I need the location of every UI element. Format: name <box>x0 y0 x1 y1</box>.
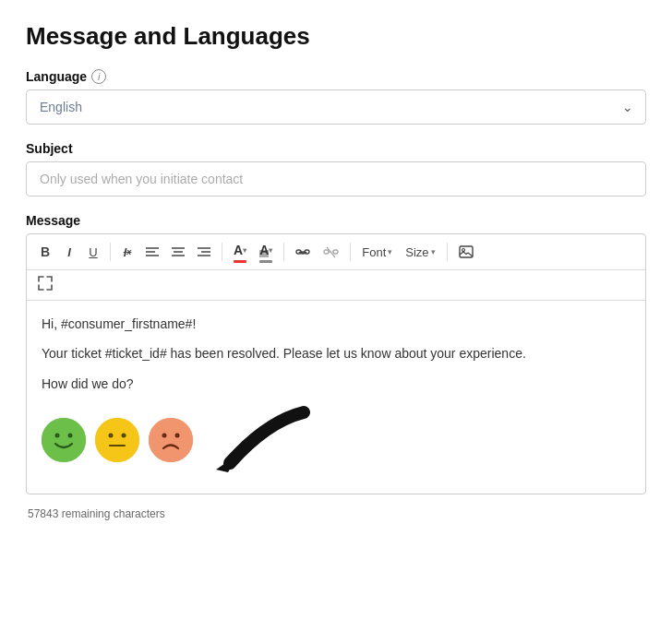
svg-point-17 <box>462 249 464 252</box>
font-dropdown-button[interactable]: Font ▾ <box>356 240 398 264</box>
message-toolbar: B I U Ix A ▾ A ▾ <box>27 234 645 270</box>
expand-button[interactable] <box>34 274 56 296</box>
svg-rect-9 <box>296 250 301 254</box>
svg-rect-13 <box>333 250 338 254</box>
size-dropdown-button[interactable]: Size ▾ <box>400 240 440 264</box>
font-dropdown-caret: ▾ <box>388 247 392 256</box>
toolbar-divider-4 <box>350 243 351 261</box>
toolbar-divider-2 <box>222 243 222 261</box>
page-title: Message and Languages <box>26 22 646 51</box>
svg-point-18 <box>42 418 86 462</box>
char-count: 57843 remaining characters <box>26 502 646 522</box>
svg-point-22 <box>109 434 114 438</box>
message-editor: B I U Ix A ▾ A ▾ <box>26 233 646 494</box>
message-line-1: Hi, #consumer_firstname#! <box>42 314 630 334</box>
subject-input[interactable] <box>26 161 646 196</box>
subject-label: Subject <box>26 141 646 156</box>
underline-button[interactable]: U <box>82 240 104 264</box>
svg-point-20 <box>68 434 73 438</box>
language-info-icon[interactable]: i <box>91 69 106 84</box>
font-highlight-button[interactable]: A ▾ <box>254 240 278 264</box>
svg-point-27 <box>175 434 180 438</box>
svg-point-26 <box>162 434 167 438</box>
toolbar-divider-3 <box>283 243 284 261</box>
align-right-button[interactable] <box>192 240 216 264</box>
message-line-3: How did we do? <box>42 374 630 394</box>
svg-point-25 <box>149 418 193 462</box>
svg-point-19 <box>55 434 60 438</box>
language-select[interactable]: English Spanish French German Portuguese <box>26 89 646 125</box>
unlink-button[interactable] <box>318 240 344 264</box>
arrow-annotation <box>211 403 313 477</box>
sad-emoji <box>149 418 193 462</box>
align-center-button[interactable] <box>166 240 190 264</box>
size-dropdown-caret: ▾ <box>431 247 436 256</box>
link-button[interactable] <box>290 240 316 264</box>
message-content-area[interactable]: Hi, #consumer_firstname#! Your ticket #t… <box>27 301 645 494</box>
language-label: Language i <box>26 69 646 84</box>
remaining-chars: 57843 <box>28 507 58 520</box>
toolbar-divider-1 <box>110 243 111 261</box>
image-button[interactable] <box>453 240 479 264</box>
strikethrough-button[interactable]: Ix <box>116 240 138 264</box>
toolbar-row-2 <box>27 270 645 301</box>
align-left-button[interactable] <box>140 240 164 264</box>
neutral-emoji <box>95 418 139 462</box>
italic-button[interactable]: I <box>58 240 80 264</box>
message-label: Message <box>26 213 646 228</box>
happy-emoji <box>42 418 86 462</box>
message-line-2: Your ticket #ticket_id# has been resolve… <box>42 343 630 363</box>
svg-point-23 <box>122 434 126 438</box>
svg-rect-16 <box>460 246 473 257</box>
svg-point-21 <box>95 418 139 462</box>
emoji-row <box>42 403 630 477</box>
toolbar-divider-5 <box>447 243 448 261</box>
svg-rect-12 <box>324 250 329 254</box>
bold-button[interactable]: B <box>34 240 56 264</box>
language-select-wrapper: English Spanish French German Portuguese… <box>26 89 646 125</box>
font-color-button[interactable]: A ▾ <box>228 240 252 264</box>
remaining-chars-label: remaining characters <box>62 507 165 520</box>
